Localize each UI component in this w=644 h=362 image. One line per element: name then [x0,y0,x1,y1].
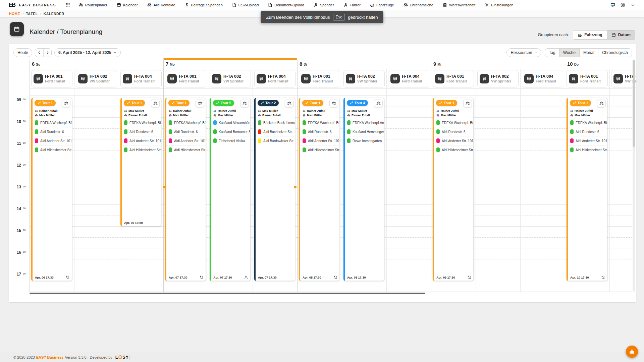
vehicle-header[interactable]: H-TA 001 Ford Transit [299,70,340,87]
account-icon[interactable] [621,3,625,7]
assign-people-button[interactable] [240,100,249,107]
assign-people-button[interactable] [62,100,70,107]
vehicle-header[interactable]: H-TA 002 VW Sprinter [343,70,385,87]
nav-item[interactable]: Warenwirtschaft [443,3,475,7]
day-header[interactable]: 6 So [32,61,40,67]
nav-item[interactable]: Kalender [117,3,138,7]
tour-stop[interactable]: Aldi Hildesheimer Str. 401 [300,145,339,154]
nav-item[interactable]: Routenplaner [79,3,107,7]
tour-stop[interactable]: Aldi Hildesheimer Str. 401 [122,145,161,154]
vehicle-header[interactable]: H-TA 004 Ford Transit [388,70,429,87]
vehicle-header[interactable]: H-TA 002 VW Sprinter [76,70,117,87]
nav-item[interactable]: Spender [314,3,334,7]
tour-card[interactable]: Tour 2 Max Müller Rainer Zufall Bäckerei… [254,98,295,281]
apps-grid-icon[interactable] [66,3,70,7]
groupby-datum-button[interactable]: Datum [607,31,635,39]
view-chronologisch-button[interactable]: Chronologisch [598,49,632,57]
repeat-icon[interactable] [467,275,471,279]
tour-stop[interactable]: EDEKA Wucherpf. Bödekers [122,118,161,127]
vehicle-header[interactable]: H-TA 002 VW Sprinter [611,70,636,87]
assign-people-button[interactable] [329,100,338,107]
horizontal-scrollbar[interactable] [30,293,425,294]
tour-stop[interactable]: Fleischerei Violka [211,136,250,145]
vehicle-header[interactable]: H-TA 002 VW Sprinter [477,70,519,87]
feedback-bug-fab[interactable] [626,346,638,358]
view-woche-button[interactable]: Woche [559,49,579,57]
vertical-scrollbar-thumb[interactable] [633,60,635,147]
chevron-down-icon[interactable] [631,3,635,7]
tour-stop[interactable]: Aldi Anderter Str. 101 [166,136,206,145]
nav-item[interactable]: Beiträge / Spenden [185,3,223,7]
tour-stop[interactable]: Aldi Hildesheimer Str. 401 [434,145,473,154]
assign-people-button[interactable] [463,100,472,107]
nav-item[interactable]: Alle Kontakte [147,3,175,7]
assign-people-button[interactable] [597,100,606,107]
tour-stop[interactable]: Aldi Rundestr. 6 [122,127,161,136]
day-header[interactable]: 10 Do [567,61,579,67]
tour-stop[interactable]: Aldi Bardowicker Str. 10 [256,136,295,145]
tour-stop[interactable]: EDEKA Wucherpf. Bödekers [568,118,607,127]
next-button[interactable] [43,49,51,57]
tour-card[interactable]: Tour 1 Rainer Zufall Max Müller EDEKA Wu… [433,98,474,281]
tour-badge[interactable]: Tour 1 [35,100,56,106]
tour-badge[interactable]: Tour 1 [436,100,457,106]
nav-item[interactable]: Fahrer [343,3,361,7]
repeat-icon[interactable] [200,275,204,279]
tour-card[interactable]: Tour 1 Max Müller Rainer Zufall EDEKA Wu… [120,98,161,226]
repeat-icon[interactable] [66,275,70,279]
tour-badge[interactable]: Tour 1 [124,100,145,106]
nav-item[interactable]: Fahrzeuge [370,3,394,7]
person-x-icon[interactable] [244,275,248,279]
tour-stop[interactable]: Aldi Anderter Str. 101 [122,136,161,145]
breadcrumb-tafel[interactable]: TAFEL [26,12,38,16]
tour-badge[interactable]: Tour 4 [347,100,368,106]
nav-item[interactable]: Dokument-Upload [268,3,304,7]
tour-card[interactable]: Tour 1 Rainer Zufall Max Müller EDEKA Wu… [567,98,607,281]
tour-stop[interactable]: Rewe Immengarten [345,136,384,145]
nav-item[interactable]: Ehrenamtliche [404,3,433,7]
tour-stop[interactable]: Aldi Rundestr. 6 [166,127,206,136]
vehicle-header[interactable]: H-TA 001 Ford Transit [31,70,72,87]
tour-stop[interactable]: EDEKA Wucherpf. Bödekers [166,118,206,127]
tour-stop[interactable]: Kaufland Hemmingen [345,127,384,136]
assign-people-button[interactable] [151,100,160,107]
tour-stop[interactable]: Kaufland Altwarmbüchen [211,118,250,127]
groupby-fahrzeug-button[interactable]: Fahrzeug [573,31,606,39]
tour-stop[interactable]: EDEKA Wucherpf. Bödekers [33,118,72,127]
view-monat-button[interactable]: Monat [579,49,598,57]
tour-stop[interactable]: Aldi Rundestr. 6 [300,127,339,136]
prev-button[interactable] [35,49,43,57]
tour-stop[interactable]: Aldi Rundestr. 6 [33,127,72,136]
date-range-dropdown[interactable]: 6. April 2025 - 12. April 2025 [54,48,121,57]
repeat-icon[interactable] [333,275,337,279]
tour-stop[interactable]: Aldi Rundestr. 6 [568,127,607,136]
losyi-logo[interactable]: L SY | [115,355,131,360]
tour-badge[interactable]: Tour 1 [570,100,591,106]
tour-stop[interactable]: Aldi Hildesheimer Str. 401 [33,145,72,154]
tour-badge[interactable]: Tour 2 [258,100,279,106]
tour-stop[interactable]: Aldi Buchholzer Str. [256,127,295,136]
tour-card[interactable]: Tour 1 Rainer Zufall Max Müller EDEKA Wu… [299,98,340,281]
vehicle-header[interactable]: H-TA 002 VW Sprinter [210,70,251,87]
tour-badge[interactable]: Tour 1 [302,100,323,106]
repeat-icon[interactable] [601,275,605,279]
tour-stop[interactable]: Aldi Hildesheimer Str. 401 [166,145,206,154]
day-header[interactable]: 9 Mi [433,61,441,67]
nav-item[interactable]: Einstellungen [485,3,513,7]
vehicle-header[interactable]: H-TA 004 Ford Transit [522,70,563,87]
tour-card[interactable]: Tour 1 Rainer Zufall Max Müller EDEKA Wu… [31,98,72,281]
assign-people-button[interactable] [196,100,204,107]
vehicle-header[interactable]: H-TA 001 Ford Transit [165,70,206,87]
tour-stop[interactable]: Aldi Anderter Str. 101 [33,136,72,145]
tour-stop[interactable]: Bäckerei Buck Limmerstr. [256,118,295,127]
assign-people-button[interactable] [374,100,383,107]
tour-stop[interactable]: Aldi Hildesheimer Str. 401 [568,145,607,154]
tour-stop[interactable]: Aldi Anderter Str. 101 [568,136,607,145]
tour-card[interactable]: Tour 1 Rainer Zufall Max Müller EDEKA Wu… [165,98,206,281]
vehicle-header[interactable]: H-TA 001 Ford Transit [433,70,474,87]
tour-stop[interactable]: EDEKA Wucherpf.An der We [345,118,384,127]
tour-badge[interactable]: Tour 1 [168,100,190,106]
assign-people-button[interactable] [285,100,293,107]
breadcrumb-home[interactable]: HOME [9,12,20,16]
tour-stop[interactable]: Aldi Rundestr. 6 [434,127,473,136]
